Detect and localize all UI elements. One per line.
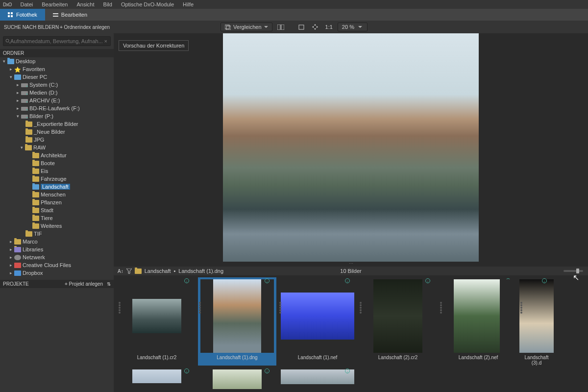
search-input[interactable] [10, 38, 103, 44]
tree-bdre-f[interactable]: ▸BD-RE-Laufwerk (F:) [0, 104, 114, 112]
folder-icon [32, 169, 39, 174]
tree-menschen[interactable]: Menschen [0, 191, 114, 198]
split-view-button[interactable] [275, 22, 286, 32]
preview-corrections-badge[interactable]: Vorschau der Korrekturen [119, 40, 189, 51]
thumbnail[interactable]: ↓Landschaft (3).d [519, 277, 554, 366]
tree-favoriten[interactable]: ▸⭐Favoriten [0, 65, 114, 73]
thumbnail-name: Landschaft (1).dng [217, 355, 257, 360]
tree-marco[interactable]: ▸Marco [0, 238, 114, 245]
folder-icon [32, 161, 39, 166]
panel-drag-handle[interactable]: ⋯ [114, 262, 588, 267]
tree-stadt[interactable]: Stadt [0, 206, 114, 214]
tree-ccfiles[interactable]: ▸Creative Cloud Files [0, 261, 114, 269]
tree-raw[interactable]: ▾RAW [0, 144, 114, 151]
crop-view-button[interactable] [296, 22, 307, 32]
tree-weiteres[interactable]: Weiteres [0, 222, 114, 230]
tab-fotothek[interactable]: Fotothek [0, 9, 45, 21]
thumbnail-name: Landschaft (1).cr2 [137, 355, 177, 360]
folder-icon [25, 231, 32, 237]
thumbnail[interactable]: ↓Landschaft (1).dng [198, 277, 276, 366]
drive-icon [21, 83, 28, 87]
menu-hilfe[interactable]: Hilfe [183, 1, 194, 7]
rating-dots[interactable] [360, 302, 362, 314]
path-folder[interactable]: Landschaft [145, 268, 171, 274]
mode-tabbar: Fotothek Bearbeiten [0, 9, 588, 21]
tree-system-c[interactable]: ▸System (C:) [0, 81, 114, 89]
menu-dxo-module[interactable]: Optische DxO-Module [121, 1, 174, 7]
thumbnail[interactable]: ↓Landschaft (2).cr2 [359, 277, 437, 366]
tree-jpg[interactable]: JPG [0, 136, 114, 144]
tree-dieser-pc[interactable]: ▾Dieser PC [0, 73, 114, 81]
pc-icon [14, 74, 21, 80]
tree-fahrzeuge[interactable]: Fahrzeuge [0, 175, 114, 183]
menu-ansicht[interactable]: Ansicht [76, 1, 94, 7]
svg-rect-5 [226, 26, 231, 30]
tree-netzwerk[interactable]: ▸Netzwerk [0, 253, 114, 261]
sort-icon[interactable]: A↕ [118, 269, 123, 274]
thumbnail[interactable]: ↓ [198, 368, 276, 392]
star-icon: ⭐ [14, 67, 21, 72]
folder-icon [32, 176, 39, 182]
add-folder-index-button[interactable]: + Ordnerindex anlegen [60, 24, 110, 30]
tree-exportierte[interactable]: _Exportierte Bilder [0, 120, 114, 128]
tree-desktop[interactable]: ▾Desktop [0, 57, 114, 65]
tree-landschaft[interactable]: Landschaft [0, 183, 114, 191]
folder-icon [32, 192, 39, 197]
tree-dropbox[interactable]: ▸Dropbox [0, 269, 114, 277]
clear-search-icon[interactable]: × [103, 38, 108, 44]
compare-button[interactable]: Vergleichen [220, 23, 272, 31]
tab-bearbeiten[interactable]: Bearbeiten [45, 9, 95, 21]
filmstrip: ↓Landschaft (1).cr2↓Landschaft (1).dng↓L… [114, 275, 588, 392]
caret-down-icon [358, 26, 362, 28]
tree-archiv-e[interactable]: ▸ARCHIV (E:) [0, 97, 114, 104]
export-badge-icon: ↓ [184, 368, 189, 373]
move-tool-button[interactable] [310, 22, 320, 32]
add-project-button[interactable]: + Projekt anlegen [65, 281, 103, 287]
preview-area[interactable] [114, 33, 588, 262]
search-input-wrapper[interactable]: × [3, 36, 111, 46]
folder-icon [25, 137, 32, 143]
thumbnail[interactable]: ↓Landschaft (1).nef [278, 277, 357, 366]
sliders-icon [53, 12, 58, 18]
preview-image [223, 33, 479, 262]
menu-bearbeiten[interactable]: Bearbeiten [42, 1, 68, 7]
thumbnail[interactable]: ↓ [118, 368, 196, 392]
thumbnail-size-slider[interactable] [564, 270, 583, 272]
folders-header: ORDNER [0, 49, 114, 57]
folder-icon [32, 223, 39, 229]
search-icon [5, 39, 10, 44]
thumbnail-name: Landschaft (1).nef [298, 355, 338, 360]
folder-icon [14, 247, 21, 252]
thumbnail[interactable]: ↓ [278, 368, 357, 392]
folder-path-icon [135, 268, 142, 274]
zoom-percent-dropdown[interactable]: 20 % [338, 23, 368, 31]
tree-neue[interactable]: _Neue Bilder [0, 128, 114, 136]
tree-pflanzen[interactable]: Pflanzen [0, 198, 114, 206]
rating-dots[interactable] [520, 302, 522, 314]
svg-rect-2 [8, 15, 10, 17]
rating-dots[interactable] [440, 302, 442, 314]
thumbnail-name: Landschaft (3).d [519, 355, 554, 366]
zoom-ratio-label[interactable]: 1:1 [323, 24, 335, 30]
projects-sort-icon[interactable]: ⇅ [107, 281, 111, 287]
tree-libraries[interactable]: ▸Libraries [0, 245, 114, 253]
rating-dots[interactable] [279, 302, 281, 314]
export-badge-icon: ↓ [542, 278, 547, 283]
tree-eis[interactable]: Eis [0, 167, 114, 175]
rating-dots[interactable] [119, 302, 121, 314]
tree-tiere[interactable]: Tiere [0, 214, 114, 222]
tree-bilder-p[interactable]: ▾Bilder (P:) [0, 112, 114, 120]
tree-tif[interactable]: TIF [0, 230, 114, 238]
tab-bearbeiten-label: Bearbeiten [61, 12, 87, 18]
rating-dots[interactable] [199, 302, 201, 314]
export-badge-icon: ↓ [345, 278, 350, 283]
menu-datei[interactable]: Datei [21, 1, 33, 7]
tree-architektur[interactable]: Architektur [0, 151, 114, 159]
secondary-toolbar: SUCHE NACH BILDERN + Ordnerindex anlegen… [0, 21, 588, 33]
thumbnail[interactable]: ↓Landschaft (1).cr2 [118, 277, 196, 366]
menu-bild[interactable]: Bild [103, 1, 112, 7]
svg-point-9 [6, 39, 9, 42]
tree-medien-d[interactable]: ▸Medien (D:) [0, 89, 114, 97]
tree-boote[interactable]: Boote [0, 159, 114, 167]
filter-icon[interactable] [126, 269, 132, 274]
